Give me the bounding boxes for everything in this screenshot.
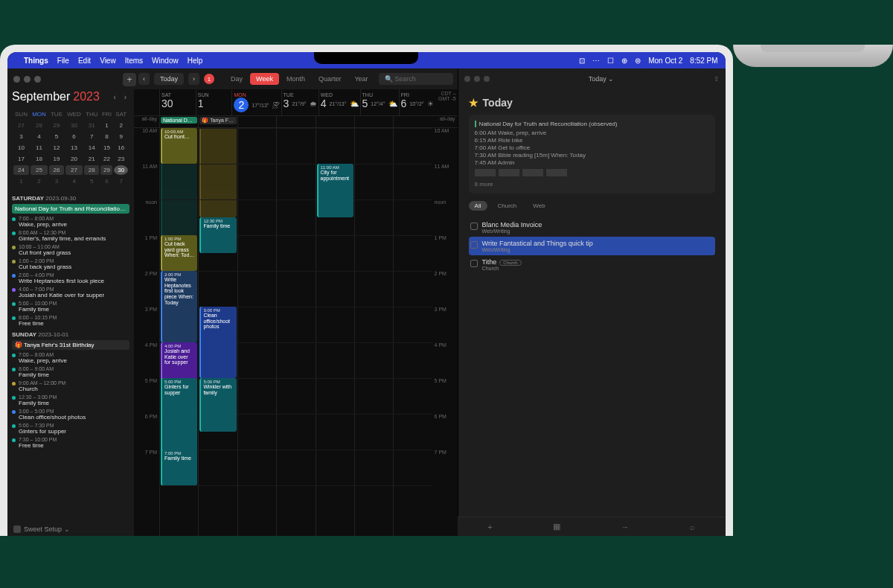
day-header[interactable]: WED421°/13°⛅	[319, 89, 360, 115]
task-list: Blanc Media InvoiceWeb/WritingWrite Fant…	[469, 218, 715, 274]
calendar-app-window: + September 2023 ‹ › SUNMONTUEWEDTHUFRIS…	[7, 68, 458, 536]
agenda-item[interactable]: 10:00 – 11:00 AMCut front yard grass	[12, 244, 129, 256]
month-label: September	[12, 90, 70, 103]
task-checkbox[interactable]	[470, 260, 478, 267]
view-week[interactable]: Week	[250, 73, 279, 85]
agenda-item[interactable]: 8:00 AM – 12:30 PMGinter's, family time,…	[12, 230, 129, 242]
day-header[interactable]: MON217°/13°⛈	[231, 89, 281, 115]
calendar-event[interactable]: 7:00 PMFamily time	[161, 450, 197, 485]
calendar-event[interactable]: 10:00 AMCut front…	[161, 128, 197, 164]
calendar-event[interactable]: 11:00 AMCity for appointment	[317, 164, 353, 217]
menu-view[interactable]: View	[100, 57, 116, 65]
view-year[interactable]: Year	[348, 73, 374, 85]
menubar-date[interactable]: Mon Oct 2	[648, 57, 682, 65]
next-button[interactable]: ›	[188, 73, 199, 85]
calendar-toolbar: ‹ Today › 1 DayWeekMonthQuarterYear 🔍 Se…	[134, 68, 458, 89]
view-segmented-control[interactable]: DayWeekMonthQuarterYear	[225, 73, 374, 85]
task-item[interactable]: Blanc Media InvoiceWeb/Writing	[469, 218, 715, 237]
allday-event[interactable]: 🎁 Tanya F…	[199, 117, 236, 124]
agenda-item[interactable]: 7:00 – 8:00 AMWake, prep, arrive	[12, 352, 129, 364]
star-icon: ★	[469, 97, 478, 109]
filter-pills[interactable]: AllChurchWeb	[469, 201, 715, 211]
status-icon[interactable]: ⊡	[579, 57, 585, 65]
search-input[interactable]: 🔍 Search	[379, 73, 453, 85]
day-header[interactable]: TUE321°/9°🌧	[281, 89, 319, 115]
status-icon[interactable]: ⊕	[621, 57, 627, 65]
year-label: 2023	[73, 90, 100, 103]
task-item[interactable]: Write Fantastical and Things quick tipWe…	[469, 237, 715, 255]
view-month[interactable]: Month	[281, 73, 311, 85]
calendar-event[interactable]: 12:30 PMFamily time	[199, 217, 236, 253]
calendar-grid[interactable]: 10 AM11 AMnoon1 PM2 PM3 PM4 PM5 PM6 PM7 …	[134, 128, 458, 536]
calendar-event[interactable]: 1:00 PMCut back yard grass When: Tod…	[161, 235, 197, 271]
things-toolbar: + ▦ → ⌕	[458, 517, 726, 536]
status-icon[interactable]: ☐	[607, 57, 614, 65]
week-header: SAT30SUN1MON217°/13°⛈TUE321°/9°🌧WED421°/…	[134, 89, 458, 116]
month-nav[interactable]: ‹ ›	[114, 93, 129, 101]
new-task-button[interactable]: +	[487, 523, 492, 531]
view-day[interactable]: Day	[225, 73, 249, 85]
window-title: Today ⌄	[589, 75, 615, 83]
agenda-item[interactable]: 2:00 – 4:00 PMWrite Heptanotes first loo…	[12, 272, 129, 284]
window-controls[interactable]	[464, 76, 490, 82]
app-menu[interactable]: Things	[24, 57, 48, 65]
filter-all[interactable]: All	[469, 201, 487, 211]
menu-items[interactable]: Items	[125, 57, 143, 65]
day-header[interactable]: SAT30	[159, 89, 196, 115]
agenda-item[interactable]: 9:00 AM – 12:00 PMChurch	[12, 380, 129, 392]
status-icon[interactable]: ⊜	[635, 57, 641, 65]
calendar-event[interactable]: 5:00 PMWinkler with family	[199, 378, 236, 432]
agenda-item[interactable]: 7:30 – 10:00 PMFree time	[12, 437, 129, 449]
calendar-sidebar: + September 2023 ‹ › SUNMONTUEWEDTHUFRIS…	[7, 68, 134, 536]
calendar-icon[interactable]: ▦	[553, 522, 560, 531]
agenda-item[interactable]: 8:00 – 10:15 PMFree time	[12, 315, 129, 327]
menu-help[interactable]: Help	[188, 57, 203, 65]
notification-badge[interactable]: 1	[204, 74, 214, 84]
status-icon[interactable]: ⋯	[592, 57, 600, 65]
agenda-item[interactable]: 5:00 – 10:00 PMFamily time	[12, 301, 129, 313]
menu-window[interactable]: Window	[152, 57, 179, 65]
agenda-item[interactable]: 12:30 – 3:00 PMFamily time	[12, 394, 129, 406]
agenda-list: SATURDAY 2023-09-30National Day for Trut…	[12, 195, 129, 449]
filter-church[interactable]: Church	[492, 201, 523, 211]
task-checkbox[interactable]	[470, 223, 478, 230]
allday-event[interactable]: National D…	[161, 117, 197, 124]
day-header[interactable]: SUN1	[196, 89, 232, 115]
day-header[interactable]: FRI610°/2°☀	[399, 89, 435, 115]
agenda-item[interactable]: 3:00 – 5:00 PMClean office/shoot photos	[12, 409, 129, 421]
calendar-event[interactable]: 3:00 PMClean office/shoot photos	[199, 307, 236, 378]
menu-edit[interactable]: Edit	[78, 57, 91, 65]
agenda-item[interactable]: 4:00 – 7:00 PMJosiah and Katie over for …	[12, 287, 129, 298]
allday-row: all-day National D… 🎁 Tanya F… all-day	[134, 116, 458, 128]
today-button[interactable]: Today	[154, 73, 184, 85]
view-quarter[interactable]: Quarter	[313, 73, 348, 85]
menubar-time[interactable]: 8:52 PM	[690, 57, 717, 65]
calendar-event[interactable]: 2:00 PMWrite Heptanotes first look piece…	[161, 271, 197, 342]
search-icon[interactable]: ⌕	[690, 523, 695, 531]
sidebar-footer[interactable]: Sweet Setup ⌄	[7, 523, 134, 536]
mini-calendar[interactable]: SUNMONTUEWEDTHUFRISAT 272829303112345678…	[12, 108, 129, 188]
move-icon[interactable]: →	[621, 523, 630, 531]
share-icon[interactable]: ⇪	[714, 75, 720, 83]
today-summary-block[interactable]: National Day for Truth and Reconciliatio…	[469, 115, 715, 194]
filter-web[interactable]: Web	[527, 201, 551, 211]
day-header[interactable]: THU512°/4°⛅	[360, 89, 399, 115]
window-controls[interactable]	[12, 73, 129, 89]
add-event-button[interactable]: +	[123, 73, 134, 86]
menu-file[interactable]: File	[57, 57, 69, 65]
today-heading: ★ Today	[469, 97, 715, 109]
agenda-item[interactable]: 1:00 – 2:00 PMCut back yard grass	[12, 258, 129, 270]
prev-button[interactable]: ‹	[138, 73, 150, 85]
calendar-main: ‹ Today › 1 DayWeekMonthQuarterYear 🔍 Se…	[134, 68, 458, 536]
task-item[interactable]: TitheChurchChurch	[469, 255, 715, 274]
agenda-item[interactable]: 7:00 – 8:00 AMWake, prep, arrive	[12, 216, 129, 228]
things-app-window: Today ⌄ ⇪ ★ Today National Day for Truth…	[458, 68, 726, 536]
task-checkbox[interactable]	[470, 241, 478, 249]
agenda-item[interactable]: 8:00 – 9:00 AMFamily time	[12, 366, 129, 378]
agenda-item[interactable]: 5:00 – 7:30 PMGinters for supper	[12, 423, 129, 435]
